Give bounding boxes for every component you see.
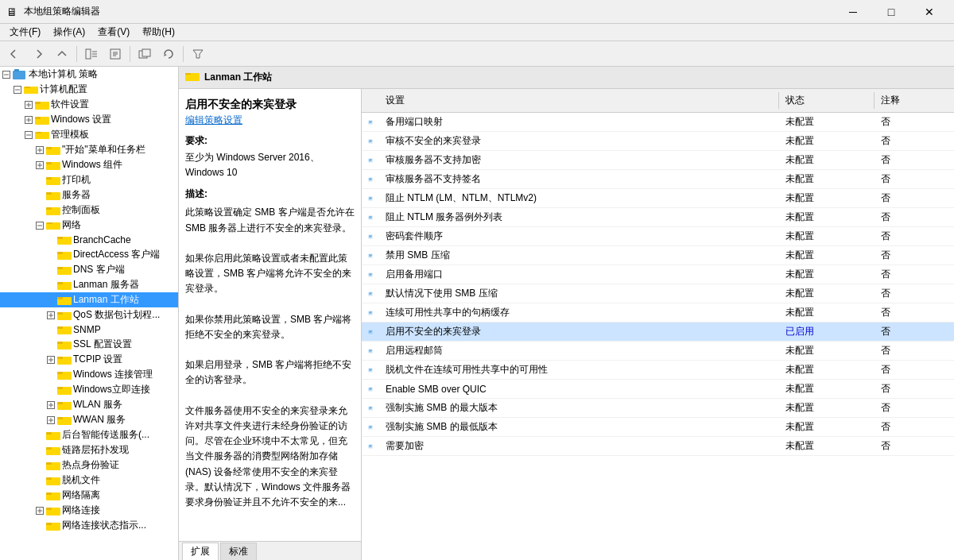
tree-item-offline-files[interactable]: 脱机文件: [0, 473, 178, 488]
expand-icon[interactable]: [33, 474, 46, 487]
list-row[interactable]: 启用不安全的来宾登录已启用否: [362, 322, 954, 342]
expand-icon[interactable]: [45, 294, 57, 307]
expand-icon[interactable]: [33, 189, 46, 202]
list-row[interactable]: Enable SMB over QUIC未配置否: [362, 380, 954, 399]
tree-item-dns-client[interactable]: DNS 客户端: [0, 262, 178, 277]
list-row[interactable]: 需要加密未配置否: [362, 437, 954, 456]
tree-item-hotspot-auth[interactable]: 热点身份验证: [0, 458, 178, 473]
list-row[interactable]: 阻止 NTLM (LM、NTLM、NTLMv2)未配置否: [362, 189, 954, 208]
tree-item-net-connect[interactable]: 网络连接: [0, 503, 178, 518]
list-row[interactable]: 密码套件顺序未配置否: [362, 227, 954, 246]
new-window-button[interactable]: [134, 44, 156, 64]
tree-item-wwan[interactable]: WWAN 服务: [0, 412, 178, 427]
expand-icon[interactable]: [33, 489, 46, 502]
refresh-button[interactable]: [157, 44, 180, 64]
back-button[interactable]: [3, 44, 25, 64]
edit-policy-link[interactable]: 编辑策略设置: [185, 114, 242, 126]
list-row[interactable]: 阻止 NTLM 服务器例外列表未配置否: [362, 208, 954, 227]
tree-item-windows-connect[interactable]: Windows 连接管理: [0, 367, 178, 382]
expand-icon[interactable]: [45, 369, 57, 381]
list-row[interactable]: 启用备用端口未配置否: [362, 265, 954, 284]
expand-icon[interactable]: [33, 429, 46, 442]
tree-item-link-layer[interactable]: 链路层拓扑发现: [0, 442, 178, 458]
expand-icon[interactable]: [45, 323, 57, 336]
expand-icon[interactable]: [45, 309, 57, 322]
expand-icon[interactable]: [45, 279, 57, 292]
tree-item-windows-components[interactable]: Windows 组件: [0, 157, 178, 172]
list-row[interactable]: 强制实施 SMB 的最低版本未配置否: [362, 418, 954, 437]
filter-button[interactable]: [187, 44, 209, 64]
tree-item-windows-settings[interactable]: Windows 设置: [0, 112, 178, 127]
expand-icon[interactable]: [22, 114, 35, 126]
expand-icon[interactable]: [33, 504, 46, 517]
expand-icon[interactable]: [45, 234, 57, 246]
expand-icon[interactable]: [45, 414, 57, 427]
tree-item-net-connect-status[interactable]: 网络连接状态指示...: [0, 518, 178, 533]
tree-item-lanman-workstation[interactable]: Lanman 工作站: [0, 292, 178, 307]
tree-item-direct-access[interactable]: DirectAccess 客户端: [0, 247, 178, 262]
expand-icon[interactable]: [33, 159, 46, 172]
list-row[interactable]: 审核不安全的来宾登录未配置否: [362, 132, 954, 151]
menu-file[interactable]: 文件(F): [3, 24, 47, 41]
list-row[interactable]: 强制实施 SMB 的最大版本未配置否: [362, 399, 954, 418]
folder-icon: [57, 295, 72, 306]
list-row[interactable]: 启用远程邮筒未配置否: [362, 342, 954, 361]
close-button[interactable]: ✕: [911, 0, 948, 24]
tree-item-bg-transfer[interactable]: 后台智能传送服务(...: [0, 427, 178, 442]
tree-item-net-isolation[interactable]: 网络隔离: [0, 488, 178, 503]
tree-item-ssl-config[interactable]: SSL 配置设置: [0, 337, 178, 352]
tree-item-server[interactable]: 服务器: [0, 187, 178, 203]
tree-item-lanman-server[interactable]: Lanman 服务器: [0, 277, 178, 292]
tab-expand[interactable]: 扩展: [182, 543, 219, 560]
tree-item-tcpip[interactable]: TCPIP 设置: [0, 352, 178, 367]
expand-icon[interactable]: [45, 384, 57, 396]
expand-icon[interactable]: [0, 68, 13, 81]
expand-icon[interactable]: [45, 399, 57, 411]
list-row[interactable]: 备用端口映射未配置否: [362, 113, 954, 132]
list-row[interactable]: 审核服务器不支持签名未配置否: [362, 170, 954, 189]
menu-view[interactable]: 查看(V): [91, 24, 136, 41]
tree-item-printer[interactable]: 打印机: [0, 172, 178, 187]
expand-icon[interactable]: [33, 174, 46, 187]
tree-item-network[interactable]: 网络: [0, 218, 178, 233]
menu-help[interactable]: 帮助(H): [136, 24, 181, 41]
list-row[interactable]: 脱机文件在连续可用性共享中的可用性未配置否: [362, 361, 954, 380]
expand-icon[interactable]: [33, 204, 46, 217]
properties-button[interactable]: [104, 44, 126, 64]
expand-icon[interactable]: [22, 98, 35, 111]
up-button[interactable]: [51, 44, 73, 64]
expand-icon[interactable]: [45, 264, 57, 276]
expand-icon[interactable]: [33, 144, 46, 156]
tree-item-start-menu[interactable]: "开始"菜单和任务栏: [0, 142, 178, 157]
svg-marker-10: [193, 50, 203, 58]
tree-item-wlan[interactable]: WLAN 服务: [0, 397, 178, 412]
tree-item-admin-templates[interactable]: 管理模板: [0, 127, 178, 142]
list-row[interactable]: 连续可用性共享中的句柄缓存未配置否: [362, 303, 954, 322]
expand-icon[interactable]: [33, 519, 46, 532]
menu-action[interactable]: 操作(A): [47, 24, 91, 41]
tree-item-windows-instant[interactable]: Windows立即连接: [0, 382, 178, 397]
expand-icon[interactable]: [45, 353, 57, 366]
tree-item-local-policy[interactable]: 本地计算机 策略: [0, 67, 178, 82]
tree-item-snmp[interactable]: SNMP: [0, 322, 178, 337]
expand-icon[interactable]: [22, 129, 35, 141]
forward-button[interactable]: [27, 44, 49, 64]
tree-item-computer-config[interactable]: 计算机配置: [0, 82, 178, 97]
expand-icon[interactable]: [33, 444, 46, 457]
expand-icon[interactable]: [45, 338, 57, 351]
list-row[interactable]: 审核服务器不支持加密未配置否: [362, 151, 954, 170]
tree-item-software-settings[interactable]: 软件设置: [0, 97, 178, 112]
show-hide-tree-button[interactable]: [80, 44, 103, 64]
expand-icon[interactable]: [11, 83, 24, 96]
expand-icon[interactable]: [45, 249, 57, 261]
maximize-button[interactable]: □: [873, 0, 909, 24]
tree-item-qos[interactable]: QoS 数据包计划程...: [0, 307, 178, 322]
tree-item-control-panel[interactable]: 控制面板: [0, 203, 178, 218]
tree-item-branch-cache[interactable]: BranchCache: [0, 233, 178, 247]
expand-icon[interactable]: [33, 459, 46, 472]
list-row[interactable]: 禁用 SMB 压缩未配置否: [362, 246, 954, 265]
expand-icon[interactable]: [33, 219, 46, 232]
list-row[interactable]: 默认情况下使用 SMB 压缩未配置否: [362, 284, 954, 303]
minimize-button[interactable]: ─: [835, 0, 871, 24]
tab-standard[interactable]: 标准: [220, 543, 257, 560]
